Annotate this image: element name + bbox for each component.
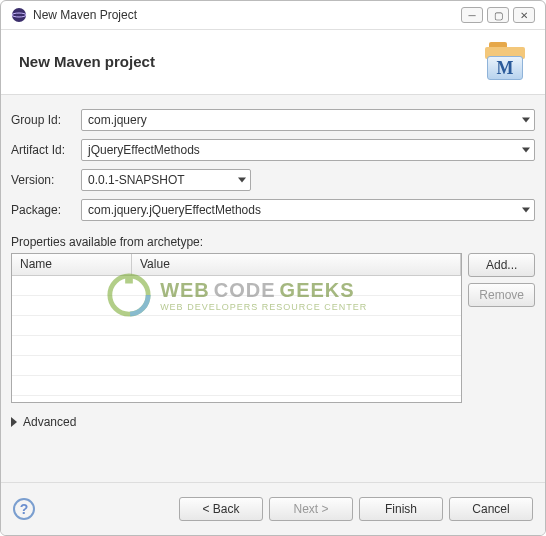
artifact-id-label: Artifact Id: (11, 143, 81, 157)
properties-table[interactable]: Name Value WEB (11, 253, 462, 403)
version-value: 0.0.1-SNAPSHOT (88, 173, 185, 187)
chevron-down-icon (522, 118, 530, 123)
version-field[interactable]: 0.0.1-SNAPSHOT (81, 169, 251, 191)
artifact-id-value: jQueryEffectMethods (88, 143, 200, 157)
maximize-button[interactable]: ▢ (487, 7, 509, 23)
table-row (12, 276, 461, 296)
footer: ? < Back Next > Finish Cancel (1, 482, 545, 535)
triangle-right-icon (11, 417, 17, 427)
wizard-header: New Maven project M (1, 30, 545, 95)
package-label: Package: (11, 203, 81, 217)
version-label: Version: (11, 173, 81, 187)
chevron-down-icon (522, 148, 530, 153)
col-header-value[interactable]: Value (132, 254, 461, 275)
eclipse-icon (11, 7, 27, 23)
chevron-down-icon (522, 208, 530, 213)
remove-button[interactable]: Remove (468, 283, 535, 307)
table-header: Name Value (12, 254, 461, 276)
back-button[interactable]: < Back (179, 497, 263, 521)
table-row (12, 296, 461, 316)
package-field[interactable]: com.jquery.jQueryEffectMethods (81, 199, 535, 221)
window-title: New Maven Project (33, 8, 457, 22)
col-header-name[interactable]: Name (12, 254, 132, 275)
chevron-down-icon (238, 178, 246, 183)
page-title: New Maven project (19, 53, 155, 70)
minimize-button[interactable]: ─ (461, 7, 483, 23)
finish-button[interactable]: Finish (359, 497, 443, 521)
advanced-toggle[interactable]: Advanced (11, 415, 535, 429)
help-icon[interactable]: ? (13, 498, 35, 520)
svg-point-0 (12, 8, 26, 22)
group-id-field[interactable]: com.jquery (81, 109, 535, 131)
artifact-id-field[interactable]: jQueryEffectMethods (81, 139, 535, 161)
table-row (12, 356, 461, 376)
group-id-label: Group Id: (11, 113, 81, 127)
close-button[interactable]: ✕ (513, 7, 535, 23)
group-id-value: com.jquery (88, 113, 147, 127)
advanced-label: Advanced (23, 415, 76, 429)
package-value: com.jquery.jQueryEffectMethods (88, 203, 261, 217)
table-row (12, 316, 461, 336)
next-button[interactable]: Next > (269, 497, 353, 521)
table-row (12, 376, 461, 396)
properties-label: Properties available from archetype: (11, 235, 535, 249)
titlebar: New Maven Project ─ ▢ ✕ (1, 1, 545, 30)
cancel-button[interactable]: Cancel (449, 497, 533, 521)
add-button[interactable]: Add... (468, 253, 535, 277)
form-area: Group Id: com.jquery Artifact Id: jQuery… (1, 95, 545, 482)
maven-icon: M (483, 42, 527, 80)
table-body (12, 276, 461, 402)
table-row (12, 336, 461, 356)
